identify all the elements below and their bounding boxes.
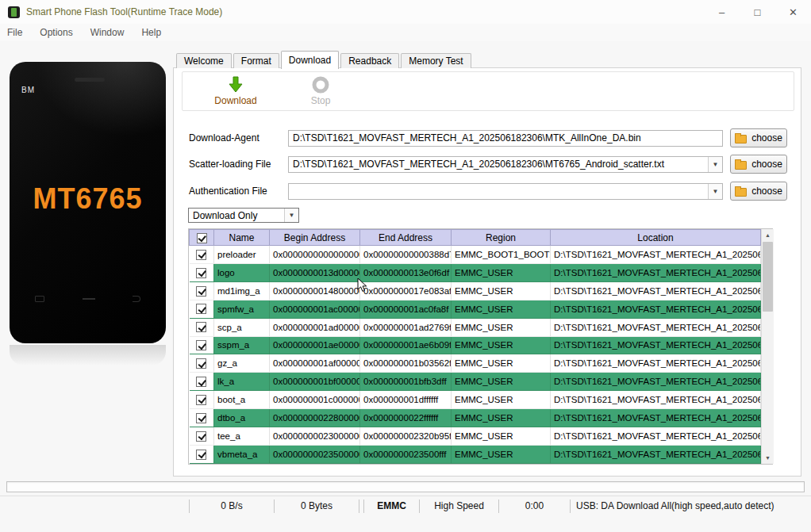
minimize-button[interactable]: – [704,0,740,24]
row-checkbox[interactable] [196,358,206,369]
window-title: Smart Phone Flash Tool(Runtime Trace Mod… [26,6,222,17]
row-checkbox[interactable] [196,250,206,260]
cell-end-address: 0x000000001b03562f [360,354,452,373]
table-row[interactable]: boot_a 0x000000001c000000 0x000000001dff… [190,391,761,409]
cell-name: logo [214,263,270,281]
mouse-cursor [357,277,367,293]
menu-file[interactable]: File [0,27,31,38]
select-all-checkbox[interactable] [197,233,207,243]
table-row[interactable]: tee_a 0x0000000023000000 0x000000002320b… [190,427,761,446]
menu-window[interactable]: Window [82,27,133,38]
table-row[interactable]: scp_a 0x000000001ad00000 0x000000001ad27… [190,318,761,336]
row-checkbox[interactable] [196,340,206,350]
tab-memory-test[interactable]: Memory Test [401,53,471,68]
cell-location: D:\TSD\T1621_MOVFAST_MERTECH_A1_202506..… [551,445,761,463]
table-row[interactable]: gz_a 0x000000001af00000 0x000000001b0356… [190,354,761,373]
table-row[interactable]: sspm_a 0x000000001ae00000 0x000000001ae6… [190,336,761,354]
chevron-down-icon[interactable]: ▼ [708,184,722,199]
scatter-file-value: D:\TSD\T1621_MOVFAST_MERTECH_A1_20250618… [289,159,708,170]
download-mode-select[interactable]: Download Only ▼ [188,208,299,223]
status-bytes: 0 Bytes [274,499,359,513]
download-agent-input[interactable] [288,130,723,147]
auth-file-choose-button[interactable]: choose [730,182,787,201]
scroll-down-button[interactable]: ▼ [762,452,774,464]
close-button[interactable]: ✕ [775,0,811,24]
table-row[interactable]: lk_a 0x000000001bf00000 0x000000001bfb3d… [190,373,761,391]
download-button[interactable]: Download [209,75,262,106]
cell-name: sspm_a [214,336,270,354]
table-row[interactable]: logo 0x0000000013d00000 0x0000000013e0f6… [190,263,761,281]
scatter-file-combobox[interactable]: D:\TSD\T1621_MOVFAST_MERTECH_A1_20250618… [288,156,723,173]
chevron-down-icon[interactable]: ▼ [708,157,722,172]
tab-welcome[interactable]: Welcome [176,53,232,68]
row-checkbox[interactable] [196,268,206,278]
cell-end-address: 0x0000000013e0f6df [360,263,452,281]
device-chipset-label: MT6765 [10,182,166,216]
cell-begin-address: 0x000000001ad00000 [270,318,360,336]
cell-region: EMMC_USER [452,281,551,300]
phone-back-icon [133,296,140,302]
cell-region: EMMC_USER [452,263,551,281]
cell-end-address: 0x0000000022ffffff [360,409,452,427]
download-mode-value: Download Only [189,210,284,221]
download-agent-label: Download-Agent [189,132,288,144]
row-checkbox[interactable] [196,304,206,314]
table-row[interactable]: md1img_a 0x0000000014800000 0x0000000017… [190,281,761,300]
cell-begin-address: 0x0000000000000000 [270,246,360,264]
row-checkbox[interactable] [196,322,206,332]
phone-reflection [10,345,166,366]
scatter-file-row: Scatter-loading File D:\TSD\T1621_MOVFAS… [189,155,787,174]
phone-menu-icon [35,296,44,302]
cell-end-address: 0x000000001bfb3dff [360,373,452,391]
table-row[interactable]: vbmeta_a 0x0000000023500000 0x0000000023… [190,445,761,463]
cell-begin-address: 0x0000000023000000 [270,427,360,446]
phone-home-icon [83,298,95,300]
cell-end-address: 0x000000001dffffff [360,391,452,409]
table-scrollbar[interactable]: ▲ ▼ [761,229,774,464]
cell-name: preloader [214,246,270,264]
row-checkbox[interactable] [196,395,206,405]
tab-label: Format [241,55,271,67]
cell-region: EMMC_USER [452,445,551,463]
cell-region: EMMC_USER [452,318,551,336]
scatter-file-choose-button[interactable]: choose [730,155,787,174]
folder-icon [735,188,747,197]
auth-file-combobox[interactable]: ▼ [288,183,723,200]
choose-button-label: choose [751,159,782,170]
row-checkbox[interactable] [196,450,206,460]
tab-label: Welcome [184,55,224,67]
cell-end-address: 0x0000000023500fff [360,445,452,463]
cell-end-address: 0x00000000000388d7 [360,246,452,264]
cell-name: tee_a [214,427,270,446]
tab-readback[interactable]: Readback [340,53,399,68]
phone-speaker [75,78,105,82]
maximize-button[interactable]: □ [740,0,775,24]
menu-help[interactable]: Help [133,27,170,38]
row-checkbox[interactable] [196,377,206,387]
column-header-name: Name [214,230,270,246]
table-row[interactable]: preloader 0x0000000000000000 0x000000000… [190,246,761,264]
status-elapsed-time: 0:00 [498,499,570,513]
cell-name: dtbo_a [214,409,270,427]
row-checkbox[interactable] [196,431,206,442]
row-checkbox[interactable] [196,413,206,423]
progress-bar [6,481,805,492]
chevron-down-icon: ▼ [284,209,298,222]
cell-location: D:\TSD\T1621_MOVFAST_MERTECH_A1_202506..… [551,391,761,409]
row-checkbox[interactable] [196,286,206,297]
tab-format[interactable]: Format [233,53,279,68]
scrollbar-thumb[interactable] [763,242,773,312]
stop-button[interactable]: Stop [300,75,341,106]
tab-download[interactable]: Download [281,51,339,69]
download-agent-choose-button[interactable]: choose [730,128,787,147]
table-header-row: Name Begin Address End Address Region Lo… [190,230,761,246]
status-storage-type: EMMC [363,499,419,513]
stop-button-label: Stop [311,95,331,106]
cell-location: D:\TSD\T1621_MOVFAST_MERTECH_A1_202506..… [551,427,761,446]
cell-begin-address: 0x0000000013d00000 [270,263,360,281]
table-row[interactable]: dtbo_a 0x0000000022800000 0x0000000022ff… [190,409,761,427]
column-header-begin-address: Begin Address [270,230,360,246]
table-row[interactable]: spmfw_a 0x000000001ac00000 0x000000001ac… [190,300,761,318]
scroll-up-button[interactable]: ▲ [762,229,774,241]
menu-options[interactable]: Options [31,27,81,38]
